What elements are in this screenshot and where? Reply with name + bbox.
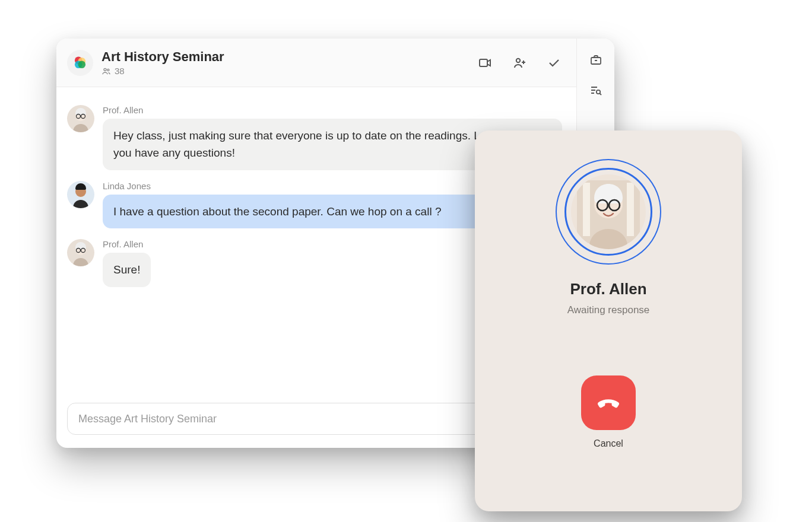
call-avatar <box>571 174 646 249</box>
end-call-button[interactable] <box>581 375 636 430</box>
check-icon <box>547 56 561 70</box>
avatar-linda-jones <box>67 181 94 208</box>
svg-point-25 <box>596 90 600 94</box>
avatar[interactable] <box>67 239 94 266</box>
search-list-button[interactable] <box>586 81 605 100</box>
person-add-icon <box>512 56 526 70</box>
chat-header: Art History Seminar 38 <box>56 39 576 87</box>
people-icon <box>102 66 111 76</box>
svg-rect-28 <box>583 183 590 236</box>
room-title: Art History Seminar <box>102 49 224 65</box>
avatar-prof-allen <box>67 105 94 132</box>
phone-hangup-icon <box>595 389 622 416</box>
avatar-prof-allen-large <box>571 174 646 249</box>
briefcase-icon <box>589 53 603 67</box>
avatar-prof-allen <box>67 239 94 266</box>
add-person-button[interactable] <box>510 53 529 72</box>
call-avatar-ring <box>556 159 661 265</box>
call-avatar-ring-inner <box>564 168 652 256</box>
header-actions <box>475 53 563 72</box>
call-card: Prof. Allen Awaiting response Cancel <box>475 130 742 511</box>
svg-point-3 <box>78 61 86 68</box>
message-bubble: Sure! <box>103 253 151 287</box>
svg-point-4 <box>104 68 106 71</box>
message-input[interactable] <box>78 413 480 425</box>
call-callee-name: Prof. Allen <box>570 280 646 298</box>
end-call-label: Cancel <box>594 438 623 449</box>
briefcase-button[interactable] <box>586 50 605 69</box>
room-avatar[interactable] <box>67 50 93 76</box>
mark-done-button[interactable] <box>544 53 563 72</box>
call-status: Awaiting response <box>567 304 650 316</box>
video-icon <box>478 56 492 70</box>
room-member-count: 38 <box>102 66 224 76</box>
overlapping-circles-icon <box>72 55 88 71</box>
avatar[interactable] <box>67 105 94 132</box>
svg-point-7 <box>516 58 520 62</box>
member-count-value: 38 <box>115 66 125 76</box>
list-search-icon <box>589 84 603 98</box>
avatar[interactable] <box>67 181 94 208</box>
svg-rect-29 <box>627 183 634 236</box>
video-call-button[interactable] <box>475 53 494 72</box>
message-sender: Prof. Allen <box>103 105 562 115</box>
room-title-wrap: Art History Seminar 38 <box>102 49 224 76</box>
svg-point-5 <box>107 69 109 71</box>
svg-rect-6 <box>480 59 487 66</box>
